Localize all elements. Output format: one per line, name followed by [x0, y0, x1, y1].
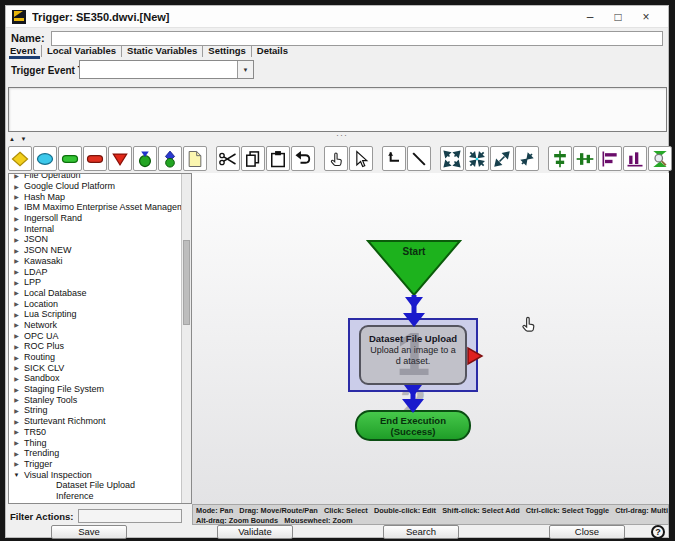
validate-button[interactable]: Validate — [217, 525, 293, 539]
red-pill-node-icon[interactable] — [83, 146, 107, 171]
expand-arrow-icon[interactable]: ▶ — [13, 193, 20, 200]
expand-arrow-icon[interactable]: ▶ — [13, 364, 20, 371]
green-pill-node-icon[interactable] — [58, 146, 82, 171]
tree-item[interactable]: Dataset File Upload — [9, 480, 181, 491]
expand-arrow-icon[interactable]: ▶ — [13, 204, 20, 211]
paste-icon[interactable] — [266, 146, 290, 171]
align-left-icon[interactable] — [598, 146, 622, 171]
note-page-icon[interactable] — [183, 146, 207, 171]
tree-item[interactable]: ▶Sandbox — [9, 373, 181, 384]
collapse-arrow-icon[interactable]: ▼ — [13, 472, 20, 478]
tree-item[interactable]: ▶Internal — [9, 223, 181, 234]
expand-arrow-icon[interactable]: ▶ — [13, 236, 20, 243]
close-button[interactable]: Close — [549, 525, 625, 539]
tree-item[interactable]: ▶Thing — [9, 437, 181, 448]
tree-item[interactable]: ▶SICK CLV — [9, 362, 181, 373]
action-node-dataset-file-upload[interactable]: Dataset File Upload Upload an image to a… — [359, 325, 467, 385]
palette-scroll-arrows[interactable]: ▲ ▼ — [9, 136, 29, 142]
pin-node-icon[interactable] — [158, 146, 182, 171]
select-cursor-icon[interactable] — [349, 146, 373, 171]
elbow-connector-icon[interactable] — [382, 146, 406, 171]
search-button[interactable]: Search — [383, 525, 459, 539]
align-center-horizontal-icon[interactable] — [548, 146, 572, 171]
tree-item[interactable]: ▶TR50 — [9, 427, 181, 438]
expand-arrow-icon[interactable]: ▶ — [13, 407, 20, 414]
expand-arrow-icon[interactable]: ▶ — [13, 354, 20, 361]
tree-item[interactable]: ▶Kawasaki — [9, 256, 181, 267]
tree-item[interactable]: ▶Staging File System — [9, 384, 181, 395]
tree-scrollbar[interactable] — [181, 174, 191, 503]
name-input[interactable] — [51, 31, 663, 46]
help-icon[interactable]: ? — [651, 525, 665, 539]
expand-arrow-icon[interactable]: ▶ — [13, 257, 20, 264]
tree-item[interactable]: ▶Trigger — [9, 459, 181, 470]
cut-icon[interactable] — [216, 146, 240, 171]
expand-arrow-icon[interactable]: ▶ — [13, 300, 20, 307]
save-button[interactable]: Save — [51, 525, 127, 539]
tree-scrollbar-thumb[interactable] — [183, 240, 190, 326]
tree-item[interactable]: ▶Ingersoll Rand — [9, 213, 181, 224]
zoom-to-bounds-icon[interactable] — [648, 146, 672, 171]
tree-item[interactable]: ▶Trending — [9, 448, 181, 459]
expand-arrow-icon[interactable]: ▶ — [13, 183, 20, 190]
tree-item[interactable]: ▶Stanley Tools — [9, 394, 181, 405]
event-description-area[interactable] — [8, 87, 667, 132]
align-bottom-icon[interactable] — [623, 146, 647, 171]
tree-item[interactable]: ▶Network — [9, 320, 181, 331]
expand-all-icon[interactable] — [440, 146, 464, 171]
collapse-all-icon[interactable] — [465, 146, 489, 171]
tree-item[interactable]: ▶IBM Maximo Enterprise Asset Management — [9, 202, 181, 213]
trigger-event-type-input[interactable] — [80, 61, 237, 78]
tab-details[interactable]: Details — [252, 45, 293, 57]
expand-arrow-icon[interactable]: ▶ — [13, 332, 20, 339]
tree-item[interactable]: ▶Routing — [9, 352, 181, 363]
expand-arrow-icon[interactable]: ▶ — [13, 289, 20, 296]
zoom-out-diagonal-icon[interactable] — [515, 146, 539, 171]
maximize-button[interactable]: □ — [604, 7, 632, 27]
undo-icon[interactable] — [291, 146, 315, 171]
ellipse-node-icon[interactable] — [33, 146, 57, 171]
tree-item[interactable]: ▶LDAP — [9, 266, 181, 277]
tree-item[interactable]: ▼Visual Inspection — [9, 469, 181, 480]
tree-item[interactable]: Inference — [9, 491, 181, 502]
expand-arrow-icon[interactable]: ▶ — [13, 450, 20, 457]
end-execution-node[interactable]: End Execution (Success) — [355, 410, 471, 441]
chevron-down-icon[interactable]: ▼ — [237, 61, 253, 78]
tree-item[interactable]: ▶LPP — [9, 277, 181, 288]
expand-arrow-icon[interactable]: ▶ — [13, 215, 20, 222]
expand-arrow-icon[interactable]: ▶ — [13, 225, 20, 232]
tree-item[interactable]: ▶Sturtevant Richmont — [9, 416, 181, 427]
tree-item[interactable]: ▶Lua Scripting — [9, 309, 181, 320]
straight-connector-icon[interactable] — [407, 146, 431, 171]
expand-arrow-icon[interactable]: ▶ — [13, 439, 20, 446]
expand-arrow-icon[interactable]: ▶ — [13, 247, 20, 254]
expand-arrow-icon[interactable]: ▶ — [13, 268, 20, 275]
expand-arrow-icon[interactable]: ▶ — [13, 173, 20, 179]
tree-item[interactable]: ▶Google Cloud Platform — [9, 181, 181, 192]
diamond-node-icon[interactable] — [8, 146, 32, 171]
expand-arrow-icon[interactable]: ▶ — [13, 386, 20, 393]
align-center-vertical-icon[interactable] — [573, 146, 597, 171]
minimize-button[interactable]: – — [576, 7, 604, 27]
copy-icon[interactable] — [241, 146, 265, 171]
expand-arrow-icon[interactable]: ▶ — [13, 428, 20, 435]
expand-arrow-icon[interactable]: ▶ — [13, 375, 20, 382]
tree-item[interactable]: ▶Hash Map — [9, 191, 181, 202]
expand-arrow-icon[interactable]: ▶ — [13, 396, 20, 403]
flow-canvas[interactable]: Start 2 Dataset File Upload Upload an im… — [192, 173, 669, 504]
tree-item[interactable]: ▶Location — [9, 298, 181, 309]
expand-arrow-icon[interactable]: ▶ — [13, 343, 20, 350]
expand-arrow-icon[interactable]: ▶ — [13, 311, 20, 318]
close-icon[interactable]: × — [632, 7, 660, 27]
filter-actions-input[interactable] — [78, 509, 182, 523]
tree-item[interactable]: ▶OPC UA — [9, 330, 181, 341]
expand-arrow-icon[interactable]: ▶ — [13, 321, 20, 328]
start-node-label[interactable]: Start — [368, 246, 460, 257]
zoom-in-diagonal-icon[interactable] — [490, 146, 514, 171]
tree-item[interactable]: ▶Local Database — [9, 288, 181, 299]
trigger-event-type-combobox[interactable]: ▼ — [79, 60, 254, 79]
tree-item[interactable]: ▶ROC Plus — [9, 341, 181, 352]
expand-arrow-icon[interactable]: ▶ — [13, 279, 20, 286]
tree-item[interactable]: ▶JSON NEW — [9, 245, 181, 256]
tree-item[interactable]: ▶JSON — [9, 234, 181, 245]
